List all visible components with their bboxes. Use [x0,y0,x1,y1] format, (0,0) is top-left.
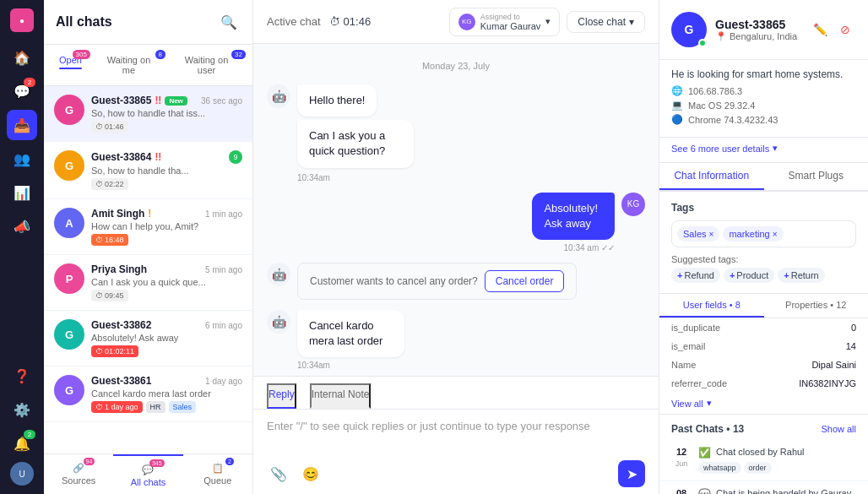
chat-name: Guest-33861 [91,375,151,387]
attachment-button[interactable]: 📎 [267,462,290,486]
edit-button[interactable]: ✏️ [809,19,831,41]
bot-icon: 🤖 [267,263,290,286]
past-chat-item: 12 Jun ✅ Chat closed by Rahul whatsapp o… [659,440,868,481]
past-tag: whatsapp [698,462,741,474]
nav-help[interactable]: ❓ [7,361,37,391]
nav-home[interactable]: 🏠 [7,42,37,73]
footer-tab-queue[interactable]: 📋 2 Queue [183,454,252,494]
list-item[interactable]: G Guest-33861 1 day ago Cancel kardo mer… [44,366,252,422]
bot-icon: 🤖 [267,310,290,334]
tab-smart-plugs[interactable]: Smart Plugs [764,163,869,190]
browser-icon: 🔵 [671,114,683,125]
timer-badge: ⏱ 1 day ago [91,401,143,413]
nav-updates[interactable]: 🔔 2 [7,428,37,459]
panel-tabs: Chat Information Smart Plugs [659,163,868,192]
chat-time: 36 sec ago [201,96,242,106]
search-button[interactable]: 🔍 [217,10,241,34]
tab-open[interactable]: 305 Open [52,52,89,79]
chat-preview: Absolutely! Ask away [91,333,242,343]
right-panel: G Guest-33865 📍 Bengaluru, India ✏️ ⊘ He… [659,0,868,494]
past-date: 08 [671,488,692,494]
tab-reply[interactable]: Reply [267,383,296,409]
chat-name: Guest-33865 !! New [91,95,187,106]
timer-badge: ⏱ 09:45 [91,290,128,301]
suggested-title: Suggested tags: [671,254,856,264]
chat-extra-badge: 9 [229,150,242,164]
remove-tag-marketing[interactable]: × [773,230,778,239]
tab-properties[interactable]: Properties • 12 [764,294,869,318]
field-val: Dipal Saini [811,360,856,370]
chat-info: Amit Singh ! 1 min ago How can I help yo… [91,208,242,246]
tab-waiting-user-label: Waiting on user [176,55,237,75]
past-chats-header: Past Chats • 13 Show all [659,415,868,440]
field-val: 14 [846,341,856,351]
list-item[interactable]: G Guest-33862 6 min ago Absolutely! Ask … [44,311,252,366]
message-bubble: Absolutely! Ask away [532,193,615,240]
reply-area: Reply Internal Note Enter "/" to see qui… [253,376,659,494]
field-row: is_duplicate 0 [659,318,868,337]
list-item[interactable]: G Guest-33865 !! New 36 sec ago So, how … [44,86,252,142]
tab-waiting-user[interactable]: 32 Waiting on user [169,52,244,79]
timer-badge: ⏱ 16:48 [91,234,128,246]
emoji-button[interactable]: 😊 [299,462,323,486]
list-item[interactable]: A Amit Singh ! 1 min ago How can I help … [44,199,252,255]
cancel-order-button[interactable]: Cancel order [485,270,565,292]
assigned-button[interactable]: KG Assigned to Kumar Gaurav ▾ [449,8,561,36]
message-bubble: Can I ask you a quick question? [297,120,414,167]
queue-icon: 📋 [212,463,224,474]
sug-tag-product[interactable]: Product [724,268,774,283]
nav-reports[interactable]: 📊 [7,177,37,208]
msg-row-outgoing: KG Absolutely! Ask away 10:34 am ✓✓ [267,193,645,252]
guest-info: Guest-33865 📍 Bengaluru, India [715,18,800,42]
tag-badge-hr: HR [146,401,165,413]
message-time: 10:34am [297,361,463,370]
nav-campaigns[interactable]: 📣 [7,211,37,242]
tab-chat-information[interactable]: Chat Information [659,163,764,190]
tab-waiting-me[interactable]: 8 Waiting on me [94,52,164,79]
chat-preview: So, how to handle tha... [91,166,242,176]
list-item[interactable]: G Guest-33864 !! 9 So, how to handle tha… [44,142,252,199]
send-button[interactable]: ➤ [618,460,645,487]
online-indicator [698,39,707,47]
tab-user-fields[interactable]: User fields • 8 [659,294,764,318]
guest-name: Guest-33865 [715,18,800,31]
reply-input-placeholder[interactable]: Enter "/" to see quick replies or just c… [253,410,659,453]
show-all-button[interactable]: Show all [821,424,856,434]
field-row: referrer_code IN6382INYJG [659,374,868,393]
field-key: Name [671,360,696,370]
field-row: is_email 14 [659,337,868,356]
chat-time: 1 min ago [205,209,242,219]
user-avatar[interactable]: U [10,462,34,486]
timer-badge: ⏱ 01:46 [91,121,128,133]
nav-inbox[interactable]: 📥 [7,110,37,140]
chevron-down-icon: ▾ [629,16,634,28]
remove-tag-sales[interactable]: × [709,230,714,239]
sug-tag-return[interactable]: Return [778,268,824,283]
chevron-down-icon: ▾ [773,143,778,154]
msg-row-incoming: 🤖 Cancel kardo mera last order 10:34am [267,310,645,370]
nav-contacts[interactable]: 👥 [7,144,37,174]
block-button[interactable]: ⊘ [834,19,856,41]
footer-tab-allchats[interactable]: 💬 345 All chats [113,454,182,494]
msg-group: 🤖 Customer wants to cancel any order? Ca… [267,263,645,300]
nav-conversations[interactable]: 💬 2 [7,76,37,106]
close-chat-button[interactable]: Close chat ▾ [567,11,645,33]
footer-tab-sources[interactable]: 🔗 94 Sources [44,454,113,494]
past-chat-text: Chat is being handeld by Gaurav [716,488,856,494]
chat-time: 1 day ago [205,377,242,386]
os-icon: 💻 [671,100,683,111]
messages-area: Monday 23, July 🤖 Hello there! Can I ask… [253,44,659,376]
tab-internal-note[interactable]: Internal Note [310,383,372,409]
see-more-button[interactable]: See 6 more user details ▾ [659,138,868,163]
new-badge: New [165,96,187,106]
sources-badge: 94 [84,458,95,465]
sug-tag-refund[interactable]: Refund [671,268,720,283]
nav-settings[interactable]: ⚙️ [7,394,37,425]
view-all-button[interactable]: View all ▾ [659,393,868,415]
guest-avatar: G [671,12,707,47]
chat-preview: Cancel kardo mera last order [91,388,242,399]
list-item[interactable]: P Priya Singh 5 min ago Can I ask you a … [44,255,252,311]
field-key: is_email [671,341,705,351]
allchats-label: All chats [131,477,166,487]
date-divider: Monday 23, July [267,61,645,71]
